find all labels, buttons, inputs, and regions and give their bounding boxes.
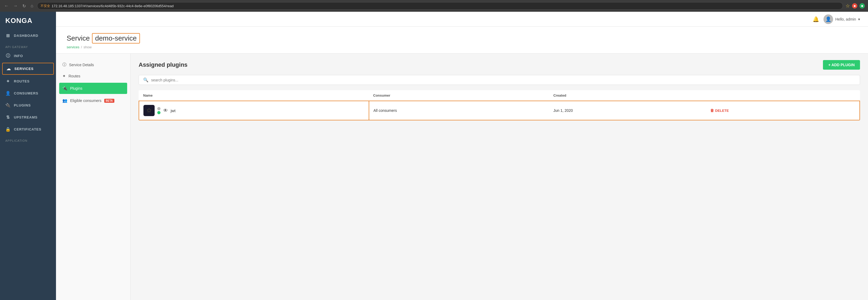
avatar: 👤: [824, 15, 833, 24]
delete-button[interactable]: 🗑 DELETE: [710, 108, 729, 113]
eye-icon[interactable]: 👁: [163, 108, 168, 113]
topbar: 🔔 👤 Hello, admin ▾: [56, 12, 868, 27]
plugin-logo-icon: ✿: [147, 107, 151, 114]
sidebar-item-label: SERVICES: [14, 67, 34, 71]
sidebar-item-routes[interactable]: ✦ ROUTES: [0, 75, 56, 87]
delete-label: DELETE: [715, 109, 729, 113]
insecure-icon: 不安全: [40, 4, 50, 8]
plugins-title: Assigned plugins: [138, 61, 187, 68]
panel-nav-label: Service Details: [69, 63, 94, 67]
search-bar: 🔍: [138, 75, 860, 85]
search-icon: 🔍: [143, 77, 149, 82]
panel-nav-label: Plugins: [70, 86, 82, 90]
page-header: Service demo-service services / show: [56, 27, 868, 54]
plugins-header: Assigned plugins + ADD PLUGIN: [138, 60, 860, 70]
plugin-cell-created: Jun 1, 2020: [549, 101, 706, 120]
browser-bar: ← → ↻ ⌂ 不安全 172.16.48.185:1337/#!/servic…: [0, 0, 868, 12]
ext-icon-1: ●: [852, 3, 857, 8]
breadcrumb-current: show: [84, 45, 91, 49]
left-panel: ⓘ Service Details ✦ Routes 🔌 Plugins 👥 E…: [56, 54, 131, 300]
service-name-badge: demo-service: [92, 33, 140, 44]
breadcrumb-separator: /: [81, 45, 82, 49]
address-bar[interactable]: 不安全 172.16.48.185:1337/#!/services/6c4d4…: [37, 2, 843, 9]
sidebar-item-consumers[interactable]: 👤 CONSUMERS: [0, 87, 56, 99]
breadcrumb-services-link[interactable]: services: [67, 45, 80, 49]
table-header-row: Name Consumer Created: [139, 90, 860, 101]
panel-nav-routes[interactable]: ✦ Routes: [56, 71, 130, 82]
api-gateway-label: API GATEWAY: [0, 42, 56, 50]
sidebar: KONGA ⊞ DASHBOARD API GATEWAY ⓘ INFO ☁ S…: [0, 12, 56, 300]
plugin-status-dots: [157, 107, 160, 114]
breadcrumb: services / show: [67, 45, 857, 49]
user-greeting: Hello, admin: [835, 17, 856, 21]
dashboard-icon: ⊞: [5, 33, 11, 38]
sidebar-item-info[interactable]: ⓘ INFO: [0, 50, 56, 62]
search-input[interactable]: [151, 78, 856, 82]
panel-nav-service-details[interactable]: ⓘ Service Details: [56, 59, 130, 71]
trash-icon: 🗑: [710, 108, 714, 113]
routes-icon: ✦: [5, 79, 11, 84]
info-circle-icon: ⓘ: [62, 62, 66, 67]
browser-right-icons: ☆ ● ●: [846, 3, 865, 9]
notification-bell-icon[interactable]: 🔔: [812, 16, 819, 22]
plugin-icon-cell: ✿ 👁 jwt: [144, 105, 365, 116]
ext-icon-2: ●: [860, 3, 865, 8]
sidebar-item-upstreams[interactable]: ⇅ UPSTREAMS: [0, 111, 56, 123]
plugins-table: Name Consumer Created ✿: [138, 90, 860, 120]
panel-nav-eligible-consumers[interactable]: 👥 Eligible consumers beta: [56, 95, 130, 106]
sidebar-item-label: CERTIFICATES: [14, 127, 41, 131]
col-consumer: Consumer: [369, 90, 549, 101]
status-dot-top: [157, 107, 160, 110]
right-panel: Assigned plugins + ADD PLUGIN 🔍 Name Con…: [131, 54, 868, 300]
plugin-name: jwt: [170, 108, 176, 113]
page-title-row: Service demo-service: [67, 33, 857, 44]
cloud-icon: ☁: [6, 66, 11, 71]
panel-nav-label: Routes: [68, 74, 80, 78]
sidebar-item-label: UPSTREAMS: [14, 115, 38, 119]
upstreams-icon: ⇅: [5, 115, 11, 120]
plugin-icon-box: ✿: [144, 105, 155, 116]
reload-button[interactable]: ↻: [21, 2, 27, 9]
sidebar-item-certificates[interactable]: 🔒 CERTIFICATES: [0, 123, 56, 135]
sidebar-item-label: INFO: [14, 54, 23, 58]
forward-button[interactable]: →: [12, 2, 19, 9]
col-name: Name: [139, 90, 369, 101]
main-content: 🔔 👤 Hello, admin ▾ Service demo-service …: [56, 12, 868, 300]
application-label: APPLICATION: [0, 135, 56, 143]
topbar-right: 🔔 👤 Hello, admin ▾: [812, 15, 860, 24]
col-actions: [706, 90, 860, 101]
url-text: 172.16.48.185:1337/#!/services/6c4d485b-…: [52, 4, 174, 8]
sidebar-item-label: PLUGINS: [14, 103, 31, 107]
plugins-nav-icon: 🔌: [62, 86, 67, 91]
plugin-cell-name: ✿ 👁 jwt: [139, 101, 369, 120]
home-button[interactable]: ⌂: [30, 2, 34, 9]
chevron-down-icon: ▾: [858, 17, 860, 21]
app-container: KONGA ⊞ DASHBOARD API GATEWAY ⓘ INFO ☁ S…: [0, 12, 868, 300]
consumers-nav-icon: 👥: [62, 98, 67, 103]
sidebar-item-plugins[interactable]: 🔌 PLUGINS: [0, 99, 56, 111]
sidebar-item-dashboard[interactable]: ⊞ DASHBOARD: [0, 30, 56, 42]
user-menu[interactable]: 👤 Hello, admin ▾: [824, 15, 860, 24]
content-area: ⓘ Service Details ✦ Routes 🔌 Plugins 👥 E…: [56, 54, 868, 300]
panel-nav-label: Eligible consumers: [70, 99, 101, 103]
logo: KONGA: [0, 12, 56, 30]
sidebar-item-label: CONSUMERS: [14, 91, 38, 95]
panel-nav-plugins[interactable]: 🔌 Plugins: [59, 83, 127, 94]
add-plugin-button[interactable]: + ADD PLUGIN: [823, 60, 860, 70]
back-button[interactable]: ←: [3, 2, 9, 9]
star-icon[interactable]: ☆: [846, 3, 850, 9]
status-dot-bottom: [157, 111, 160, 114]
info-icon: ⓘ: [5, 53, 11, 59]
certificates-icon: 🔒: [5, 127, 11, 132]
table-row: ✿ 👁 jwt All consum: [139, 101, 860, 120]
plugin-cell-actions: 🗑 DELETE: [706, 101, 860, 120]
sidebar-item-label: ROUTES: [14, 79, 30, 83]
col-created: Created: [549, 90, 706, 101]
routes-nav-icon: ✦: [62, 74, 66, 79]
consumer-icon: 👤: [5, 91, 11, 96]
plugin-icon: 🔌: [5, 103, 11, 108]
sidebar-item-services[interactable]: ☁ SERVICES: [2, 63, 54, 75]
page-title-label: Service: [67, 34, 90, 43]
sidebar-item-label: DASHBOARD: [14, 34, 38, 38]
plugin-cell-consumer: All consumers: [369, 101, 549, 120]
